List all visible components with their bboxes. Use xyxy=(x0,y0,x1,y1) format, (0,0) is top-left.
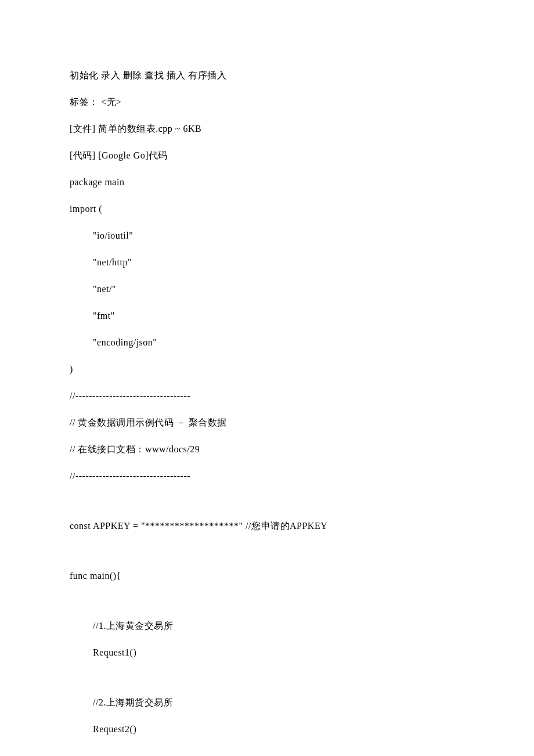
code-line: "io/ioutil" xyxy=(70,229,464,243)
blank-line xyxy=(70,546,464,556)
code-line: package main xyxy=(70,175,464,189)
code-comment: //2.上海期货交易所 xyxy=(70,696,464,710)
heading-operations: 初始化 录入 删除 查找 插入 有序插入 xyxy=(70,69,464,82)
code-line: import ( xyxy=(70,202,464,216)
code-line: "net/http" xyxy=(70,255,464,269)
blank-line xyxy=(70,749,464,756)
code-line: Request1() xyxy=(70,646,464,660)
blank-line xyxy=(70,672,464,683)
label-file: [文件] 简单的数组表.cpp ~ 6KB xyxy=(70,122,464,136)
blank-line xyxy=(70,596,464,606)
code-comment: //---------------------------------- xyxy=(70,469,464,483)
document-page: 初始化 录入 删除 查找 插入 有序插入 标签： <无> [文件] 简单的数组表… xyxy=(0,0,534,756)
label-code: [代码] [Google Go]代码 xyxy=(70,149,464,163)
code-comment: // 在线接口文档：www/docs/29 xyxy=(70,442,464,456)
code-comment: // 黄金数据调用示例代码 － 聚合数据 xyxy=(70,416,464,430)
code-line: "net/" xyxy=(70,282,464,296)
code-line: func main(){ xyxy=(70,569,464,583)
code-line: "encoding/json" xyxy=(70,336,464,350)
code-comment: //1.上海黄金交易所 xyxy=(70,619,464,633)
code-line: "fmt" xyxy=(70,309,464,323)
blank-line xyxy=(70,496,464,506)
code-comment: //---------------------------------- xyxy=(70,389,464,403)
label-tags: 标签： <无> xyxy=(70,95,464,109)
code-line: ) xyxy=(70,362,464,376)
code-line: Request2() xyxy=(70,722,464,736)
code-line: const APPKEY = "*******************" //您… xyxy=(70,519,464,533)
